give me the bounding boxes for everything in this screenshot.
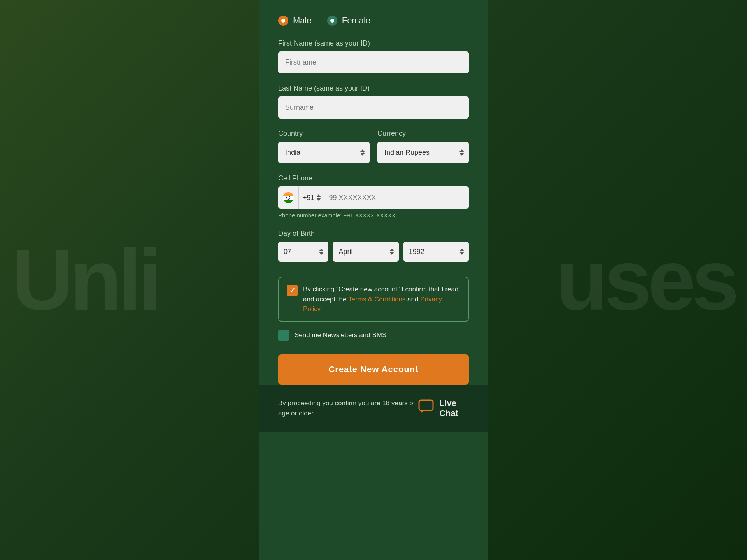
footer-disclaimer: By proceeding you confirm you are 18 yea…: [278, 398, 418, 418]
background-text-left: Unli: [12, 231, 158, 329]
first-name-input[interactable]: [278, 51, 469, 74]
country-select[interactable]: India: [278, 142, 370, 163]
phone-input[interactable]: [323, 188, 469, 208]
terms-text: By clicking "Create new account" I confi…: [303, 284, 460, 314]
first-name-label: First Name (same as your ID): [278, 39, 469, 47]
live-chat-section[interactable]: Live Chat: [418, 398, 469, 418]
dob-group: Day of Birth 07 010203040506 080910 Apri…: [278, 229, 469, 262]
newsletter-row: Send me Newsletters and SMS: [278, 330, 469, 341]
last-name-label: Last Name (same as your ID): [278, 84, 469, 93]
currency-label: Currency: [377, 130, 469, 138]
background-text-right: uses: [556, 231, 735, 329]
phone-code-arrows: [316, 194, 321, 201]
phone-code-text: +91: [303, 194, 315, 202]
currency-select-wrapper: Indian Rupees: [377, 142, 469, 163]
phone-flag-section[interactable]: [278, 186, 299, 209]
checkmark-icon: ✓: [289, 287, 295, 294]
country-currency-row: Country India Currency Indian Rupees: [278, 130, 469, 163]
terms-text-middle: and: [405, 296, 420, 303]
phone-field-row: +91: [278, 186, 469, 209]
phone-hint: Phone number example: +91 XXXXX XXXXX: [278, 212, 469, 219]
terms-checkbox[interactable]: ✓: [287, 285, 298, 296]
phone-arrow-down-icon: [316, 198, 321, 201]
female-label: Female: [342, 16, 370, 26]
gender-male-option[interactable]: Male: [278, 16, 312, 26]
india-flag-icon: [283, 192, 294, 203]
dob-year-wrapper: 1992 1990199119931994: [403, 242, 469, 262]
terms-conditions-link[interactable]: Terms & Conditions: [348, 296, 405, 303]
terms-box: ✓ By clicking "Create new account" I con…: [278, 276, 469, 322]
gender-selection: Male Female: [278, 16, 469, 26]
country-select-wrapper: India: [278, 142, 370, 163]
country-label: Country: [278, 130, 370, 138]
phone-label: Cell Phone: [278, 174, 469, 182]
gender-female-option[interactable]: Female: [327, 16, 370, 26]
dob-day-wrapper: 07 010203040506 080910: [278, 242, 328, 262]
live-chat-label: Live Chat: [439, 398, 469, 418]
dob-row: 07 010203040506 080910 April JanuaryFebr…: [278, 242, 469, 262]
currency-select[interactable]: Indian Rupees: [377, 142, 469, 163]
male-radio[interactable]: [278, 16, 288, 26]
footer-bar: By proceeding you confirm you are 18 yea…: [259, 385, 488, 432]
registration-modal: Male Female First Name (same as your ID)…: [259, 0, 488, 560]
phone-arrow-up-icon: [316, 194, 321, 197]
phone-group: Cell Phone +91 Phone number example: +91…: [278, 174, 469, 219]
country-group: Country India: [278, 130, 370, 163]
dob-month-wrapper: April JanuaryFebruaryMarch MayJuneJuly: [333, 242, 398, 262]
last-name-input[interactable]: [278, 96, 469, 119]
first-name-group: First Name (same as your ID): [278, 39, 469, 74]
phone-code[interactable]: +91: [299, 188, 323, 208]
dob-day-select[interactable]: 07 010203040506 080910: [278, 242, 328, 262]
male-label: Male: [293, 16, 312, 26]
chat-bubble-icon: [418, 399, 434, 417]
newsletter-checkbox[interactable]: [278, 330, 289, 341]
last-name-group: Last Name (same as your ID): [278, 84, 469, 119]
dob-month-select[interactable]: April JanuaryFebruaryMarch MayJuneJuly: [333, 242, 398, 262]
currency-group: Currency Indian Rupees: [377, 130, 469, 163]
female-radio[interactable]: [327, 16, 337, 26]
svg-rect-0: [419, 400, 433, 410]
newsletter-label: Send me Newsletters and SMS: [295, 331, 386, 339]
dob-year-select[interactable]: 1992 1990199119931994: [403, 242, 469, 262]
create-account-button[interactable]: Create New Account: [278, 354, 469, 385]
dob-label: Day of Birth: [278, 229, 469, 238]
